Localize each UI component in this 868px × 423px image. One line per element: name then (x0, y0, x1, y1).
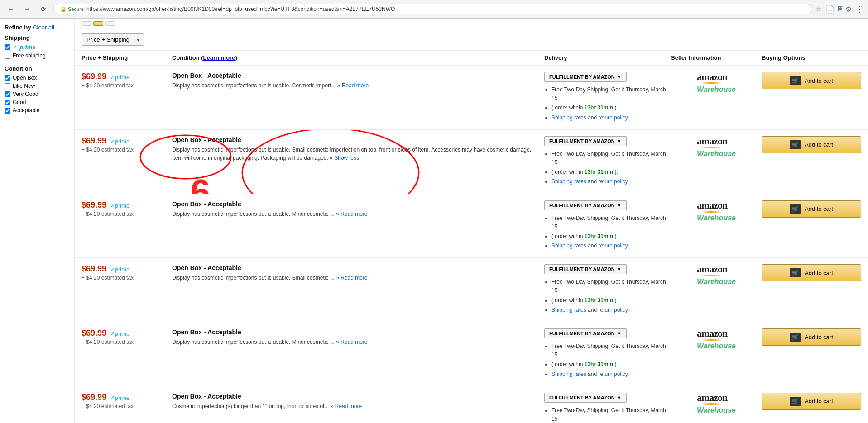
prime-badge-5: ✓prime (110, 330, 130, 337)
shipping-rates-link-2[interactable]: Shipping rates (551, 178, 586, 185)
delivery-time-val-4: 13hr 31min (585, 297, 613, 304)
dropdown-arrow-icon-2: ▼ (617, 138, 622, 144)
read-more-link[interactable]: Read more (342, 82, 369, 89)
bookmark-icon[interactable]: ☆ (816, 5, 822, 13)
condition-good-checkbox[interactable] (5, 100, 10, 105)
condition-acceptable-item[interactable]: Acceptable (5, 107, 70, 114)
prime-filter-item[interactable]: ✓ prime (5, 44, 70, 51)
col-header-condition: Condition (Learn more) (172, 54, 544, 61)
page-btn-1[interactable] (82, 21, 91, 26)
delivery-policy-2: Shipping rates and return policy. (551, 177, 671, 186)
read-more-link-5[interactable]: Read more (340, 339, 367, 345)
delivery-list-4: Free Two-Day Shipping: Get it Thursday, … (544, 278, 671, 314)
condition-openbox-checkbox[interactable] (5, 75, 10, 81)
page-btn-3[interactable] (105, 21, 115, 26)
return-policy-link-5[interactable]: return policy. (598, 371, 629, 377)
sort-bar: Price + Shipping Price Shipping Conditio… (75, 29, 868, 51)
delivery-item-time: ( order within 13hr 31min ). (551, 104, 671, 112)
fulfillment-button-5[interactable]: FULFILLMENT BY AMAZON ▼ (544, 328, 627, 338)
prime-checkbox[interactable] (5, 44, 10, 50)
fulfillment-button-3[interactable]: FULFILLMENT BY AMAZON ▼ (544, 200, 627, 210)
clear-all-link[interactable]: Clear all (33, 24, 54, 31)
reload-button[interactable]: ⟳ (37, 3, 50, 15)
amazon-text-3: amazon (697, 200, 727, 210)
delivery-time-val-3: 13hr 31min (585, 233, 613, 239)
back-button[interactable]: ← (5, 3, 17, 15)
menu-icon[interactable]: ⋮ (855, 4, 863, 14)
warehouse-text-5: Warehouse (697, 342, 736, 350)
prime-badge-3: ✓prime (110, 202, 130, 209)
add-to-cart-button[interactable]: 🛒 Add to cart (762, 72, 861, 89)
delivery-time-3: ( order within 13hr 31min ). (551, 232, 671, 241)
show-less-link[interactable]: Show less (334, 155, 359, 161)
read-more-link-4[interactable]: Read more (340, 275, 367, 281)
warehouse-text-2: Warehouse (697, 150, 736, 158)
condition-filter-title: Condition (5, 65, 70, 72)
fulfillment-button[interactable]: FULFILLMENT BY AMAZON ▼ (544, 72, 627, 82)
fulfillment-button-highlighted[interactable]: FULFILLMENT BY AMAZON ▼ (544, 136, 627, 146)
browser-chrome: ← → ⟳ 🔒 Secure https://www.amazon.com/gp… (0, 0, 868, 19)
condition-filter-group: Condition Open Box Like New Very Good Go… (5, 65, 70, 114)
return-policy-link-3[interactable]: return policy. (598, 242, 629, 249)
delivery-list-3: Free Two-Day Shipping: Get it Thursday, … (544, 214, 671, 251)
learn-more-link[interactable]: Learn more (203, 54, 235, 61)
prime-badge-highlighted: ✓prime (110, 138, 130, 145)
sort-select-wrap[interactable]: Price + Shipping Price Shipping Conditio… (82, 33, 144, 46)
shipping-rates-link[interactable]: Shipping rates (551, 114, 586, 121)
delivery-list-highlighted: Free Two-Day Shipping: Get it Thursday, … (544, 150, 671, 186)
condition-acceptable-checkbox[interactable] (5, 108, 10, 114)
add-to-cart-button-6[interactable]: 🛒 Add to cart (762, 393, 861, 410)
refine-header: Refine by Clear all (5, 24, 70, 31)
ext-icon-1[interactable]: 📄 (825, 5, 834, 14)
add-to-cart-button-3[interactable]: 🛒 Add to cart (762, 200, 861, 218)
amazon-smile-line-3 (698, 211, 725, 213)
warehouse-text: Warehouse (697, 86, 736, 94)
shipping-rates-link-3[interactable]: Shipping rates (551, 242, 586, 249)
delivery-time: 13hr 31min (585, 105, 613, 111)
add-to-cart-button-5[interactable]: 🛒 Add to cart (762, 328, 861, 346)
price-tax-highlighted: + $4.20 estimated tax (82, 147, 172, 153)
ext-icon-2[interactable]: 🖥 (836, 5, 844, 13)
delivery-shipping-5: Free Two-Day Shipping: Get it Thursday, … (551, 342, 671, 359)
condition-desc-3: Display has cosmetic imperfections but i… (172, 210, 540, 218)
cart-icon-2: 🛒 (790, 140, 801, 149)
dropdown-arrow-icon: ▼ (617, 74, 622, 80)
amazon-text: amazon (697, 72, 727, 82)
extension-icons: 📄 🖥 ⚙ (825, 5, 852, 14)
add-to-cart-button-2[interactable]: 🛒 Add to cart (762, 136, 861, 153)
sort-select[interactable]: Price + Shipping Price Shipping Conditio… (82, 33, 144, 46)
condition-likenew-item[interactable]: Like New (5, 83, 70, 89)
return-policy-link-2[interactable]: return policy. (598, 178, 629, 185)
page-btn-2[interactable] (93, 21, 103, 26)
delivery-shipping-3: Free Two-Day Shipping: Get it Thursday, … (551, 214, 671, 231)
shipping-rates-link-5[interactable]: Shipping rates (551, 371, 586, 377)
free-shipping-filter-item[interactable]: Free shipping (5, 52, 70, 59)
condition-verygood-checkbox[interactable] (5, 91, 10, 97)
free-shipping-checkbox[interactable] (5, 53, 10, 59)
fulfillment-button-4[interactable]: FULFILLMENT BY AMAZON ▼ (544, 264, 627, 274)
col-header-seller: Seller Information (671, 54, 762, 61)
shipping-rates-link-4[interactable]: Shipping rates (551, 307, 586, 313)
condition-openbox-item[interactable]: Open Box (5, 75, 70, 81)
col-header-price: Price + Shipping (82, 54, 172, 61)
read-more-link-3[interactable]: Read more (340, 211, 367, 217)
ext-icon-3[interactable]: ⚙ (845, 5, 852, 14)
condition-likenew-checkbox[interactable] (5, 83, 10, 89)
address-bar[interactable]: 🔒 Secure https://www.amazon.com/gp/offer… (53, 4, 812, 14)
seller-col-4: amazon Warehouse (671, 264, 762, 286)
delivery-item-shipping: Free Two-Day Shipping: Get it Thursday, … (551, 86, 671, 103)
condition-good-item[interactable]: Good (5, 99, 70, 105)
forward-button[interactable]: → (21, 3, 34, 15)
condition-verygood-item[interactable]: Very Good (5, 91, 70, 97)
top-pagination (75, 19, 868, 29)
price-tax: + $4.20 estimated tax (82, 82, 172, 89)
prime-label: prime (19, 44, 35, 51)
delivery-col-6: FULFILLMENT BY AMAZON ▼ Free Two-Day Shi… (544, 393, 671, 423)
fulfillment-button-6[interactable]: FULFILLMENT BY AMAZON ▼ (544, 393, 627, 403)
read-more-link-6[interactable]: Read more (335, 403, 362, 409)
add-to-cart-button-4[interactable]: 🛒 Add to cart (762, 264, 861, 281)
return-policy-link-4[interactable]: return policy. (598, 307, 629, 313)
cart-icon-3: 🛒 (790, 204, 801, 214)
price-display-highlighted: $69.99 ✓prime (82, 136, 172, 146)
return-policy-link[interactable]: return policy. (598, 114, 629, 121)
